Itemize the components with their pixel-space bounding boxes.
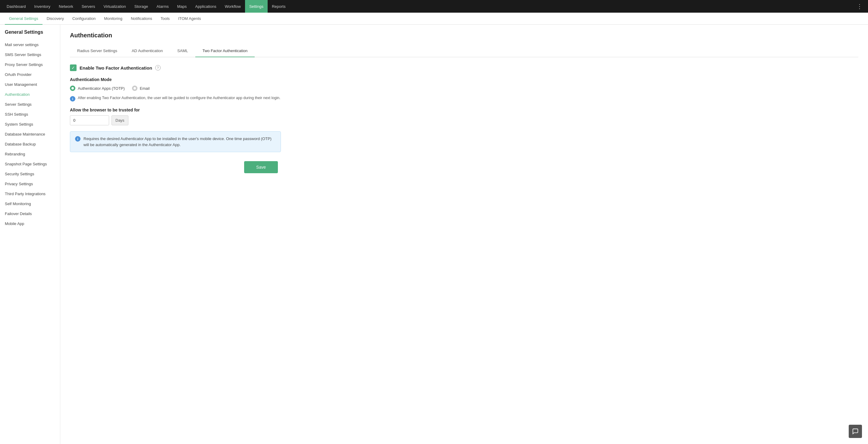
subnav-monitoring[interactable]: Monitoring <box>100 13 127 25</box>
blue-info-icon: i <box>75 136 81 141</box>
auth-mode-label: Authentication Mode <box>70 77 281 82</box>
tab-radius[interactable]: Radius Server Settings <box>70 45 124 57</box>
sidebar-item-self-monitoring[interactable]: Self Monitoring <box>0 199 60 209</box>
info-note-icon: i <box>70 96 75 101</box>
sidebar-item-security[interactable]: Security Settings <box>0 169 60 179</box>
nav-item-alarms[interactable]: Alarms <box>152 0 173 13</box>
tab-saml[interactable]: SAML <box>170 45 195 57</box>
subnav-general-settings[interactable]: General Settings <box>5 13 42 25</box>
nav-item-dashboard[interactable]: Dashboard <box>2 0 30 13</box>
nav-item-reports[interactable]: Reports <box>268 0 290 13</box>
sidebar-item-server-settings[interactable]: Server Settings <box>0 99 60 109</box>
radio-totp-label: Authenticator Apps (TOTP) <box>78 86 125 91</box>
sidebar-item-mail[interactable]: Mail server settings <box>0 40 60 50</box>
enable-two-factor-row: ✓ Enable Two Factor Authentication ? <box>70 64 281 71</box>
nav-item-workflow[interactable]: Workflow <box>221 0 245 13</box>
sidebar-title: General Settings <box>0 30 60 40</box>
sidebar-item-snapshot[interactable]: Snapshot Page Settings <box>0 159 60 169</box>
trust-input-row: Days <box>70 115 281 125</box>
subnav-notifications[interactable]: Notifications <box>127 13 156 25</box>
trust-label: Allow the browser to be trusted for <box>70 107 281 113</box>
sidebar-item-third-party[interactable]: Third Party Integrations <box>0 189 60 199</box>
sub-nav: General Settings Discovery Configuration… <box>0 13 868 25</box>
trust-unit: Days <box>112 115 128 125</box>
sidebar-item-mobile-app[interactable]: Mobile App <box>0 219 60 229</box>
subnav-discovery[interactable]: Discovery <box>42 13 68 25</box>
enable-checkbox[interactable]: ✓ <box>70 64 76 71</box>
chat-widget[interactable] <box>849 425 862 438</box>
nav-item-virtualization[interactable]: Virtualization <box>99 0 130 13</box>
nav-item-applications[interactable]: Applications <box>191 0 221 13</box>
sidebar: General Settings Mail server settings SM… <box>0 25 60 444</box>
nav-item-servers[interactable]: Servers <box>78 0 99 13</box>
page-title: Authentication <box>70 32 858 39</box>
nav-item-network[interactable]: Network <box>55 0 78 13</box>
radio-totp[interactable]: Authenticator Apps (TOTP) <box>70 86 125 91</box>
trust-days-input[interactable] <box>70 115 109 125</box>
subnav-tools[interactable]: Tools <box>156 13 174 25</box>
content-area: ✓ Enable Two Factor Authentication ? Aut… <box>70 64 281 173</box>
sidebar-item-db-backup[interactable]: Database Backup <box>0 139 60 149</box>
nav-item-storage[interactable]: Storage <box>130 0 153 13</box>
sidebar-item-proxy[interactable]: Proxy Server Settings <box>0 60 60 70</box>
radio-email[interactable]: Email <box>132 86 150 91</box>
sidebar-item-ssh[interactable]: SSH Settings <box>0 109 60 119</box>
top-nav: Dashboard Inventory Network Servers Virt… <box>0 0 868 13</box>
blue-info-box: i Requires the desired Authenticator App… <box>70 131 281 152</box>
more-options-icon[interactable]: ⋮ <box>854 3 866 10</box>
info-note: i After enabling Two Factor Authenticati… <box>70 96 281 101</box>
nav-item-inventory[interactable]: Inventory <box>30 0 55 13</box>
enable-label: Enable Two Factor Authentication <box>80 65 152 70</box>
sidebar-item-system[interactable]: System Settings <box>0 119 60 129</box>
tab-two-factor[interactable]: Two Factor Authentication <box>195 45 255 57</box>
main-content: Authentication Radius Server Settings AD… <box>60 25 868 444</box>
subnav-itom-agents[interactable]: ITOM Agents <box>174 13 205 25</box>
sidebar-item-privacy[interactable]: Privacy Settings <box>0 179 60 189</box>
radio-row: Authenticator Apps (TOTP) Email <box>70 86 281 91</box>
nav-item-maps[interactable]: Maps <box>173 0 191 13</box>
sidebar-item-authentication[interactable]: Authentication <box>0 90 60 99</box>
nav-item-settings[interactable]: Settings <box>245 0 268 13</box>
sidebar-item-failover[interactable]: Failover Details <box>0 209 60 219</box>
tab-ad-auth[interactable]: AD Authentication <box>124 45 170 57</box>
auth-tabs: Radius Server Settings AD Authentication… <box>70 45 858 57</box>
subnav-configuration[interactable]: Configuration <box>68 13 100 25</box>
trust-row: Allow the browser to be trusted for Days <box>70 107 281 125</box>
help-icon[interactable]: ? <box>155 65 161 70</box>
sidebar-item-rebranding[interactable]: Rebranding <box>0 149 60 159</box>
blue-info-text: Requires the desired Authenticator App t… <box>84 136 276 148</box>
save-button[interactable]: Save <box>244 161 278 173</box>
radio-email-label: Email <box>140 86 150 91</box>
sidebar-item-sms[interactable]: SMS Server Settings <box>0 50 60 60</box>
sidebar-item-db-maintenance[interactable]: Database Maintenance <box>0 129 60 139</box>
save-row: Save <box>70 161 281 173</box>
info-note-text: After enabling Two Factor Authentication… <box>78 96 280 100</box>
main-layout: General Settings Mail server settings SM… <box>0 25 868 444</box>
radio-email-dot <box>132 86 137 91</box>
radio-totp-dot <box>70 86 75 91</box>
sidebar-item-oauth[interactable]: OAuth Provider <box>0 70 60 80</box>
sidebar-item-user-management[interactable]: User Management <box>0 80 60 90</box>
